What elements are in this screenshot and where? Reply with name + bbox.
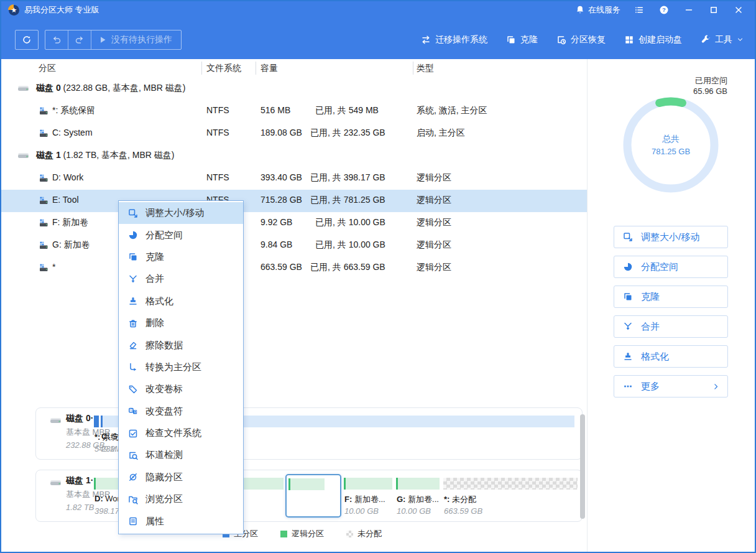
partition-drive-icon <box>39 218 48 228</box>
vertical-scrollbar[interactable] <box>580 414 585 519</box>
context-menu: 调整大小/移动分配空间克隆合并格式化删除擦除数据转换为主分区改变卷标CD改变盘符… <box>118 200 244 534</box>
minimize-icon <box>684 5 694 15</box>
partition-drive-icon <box>39 263 48 272</box>
sidebar-button-format[interactable]: 格式化 <box>614 345 728 368</box>
legend-logical: 逻辑分区 <box>280 528 324 539</box>
menu-item-label: 浏览分区 <box>145 493 183 505</box>
sidebar-button-allocate-space[interactable]: 分配空间 <box>614 256 728 278</box>
online-service-button[interactable]: 在线服务 <box>575 4 620 16</box>
partition-block[interactable]: *: 系统保留549 MB <box>94 414 99 453</box>
redo-button[interactable] <box>68 30 91 49</box>
partition-row[interactable]: *: 系统保留NTFS516 MB已用, 共 549 MB系统, 激活, 主分区 <box>1 100 587 123</box>
svg-text:D: D <box>134 410 137 414</box>
row-capacity-used: 189.08 GB <box>260 128 315 137</box>
partition-row[interactable]: E: ToolNTFS715.28 GB已用, 共 781.25 GB逻辑分区 <box>1 190 587 212</box>
row-type: 逻辑分区 <box>417 239 451 251</box>
clone-button[interactable]: 克隆 <box>506 34 538 45</box>
menu-item-check-fs[interactable]: 检查文件系统 <box>119 422 243 444</box>
column-header-type[interactable]: 类型 <box>417 63 434 74</box>
partition-recovery-button[interactable]: 分区恢复 <box>556 34 606 45</box>
maximize-button[interactable] <box>709 5 719 15</box>
bad-sector-icon <box>127 450 139 460</box>
hide-partition-icon <box>127 472 139 482</box>
tools-label: 工具 <box>715 34 732 45</box>
legend-label: 逻辑分区 <box>292 528 324 539</box>
menu-item-label: 转换为主分区 <box>145 361 201 373</box>
play-icon <box>98 35 108 45</box>
help-button[interactable]: ? <box>659 5 669 15</box>
menu-item-label: 检查文件系统 <box>145 427 201 439</box>
pending-operations-label: 没有待执行操作 <box>111 34 172 45</box>
menu-item-convert-primary[interactable]: 转换为主分区 <box>119 356 243 378</box>
help-icon: ? <box>659 5 669 15</box>
partition-block[interactable]: *: 未分配663.59 GB <box>443 476 578 515</box>
menu-item-bad-sector[interactable]: 坏道检测 <box>119 444 243 466</box>
check-fs-icon <box>127 429 139 439</box>
menu-item-label: 坏道检测 <box>145 449 183 461</box>
create-boot-disk-button[interactable]: 创建启动盘 <box>624 34 682 45</box>
migrate-os-label: 迁移操作系统 <box>435 34 487 45</box>
used-space-value: 65.96 GB <box>693 86 727 96</box>
clone-icon <box>127 252 139 262</box>
menu-item-browse-partition[interactable]: 浏览分区 <box>119 488 243 510</box>
menu-item-hide-partition[interactable]: 隐藏分区 <box>119 467 243 488</box>
minimize-button[interactable] <box>684 5 694 15</box>
refresh-button[interactable] <box>15 30 39 50</box>
column-header-partition[interactable]: 分区 <box>39 63 56 74</box>
undo-button[interactable] <box>45 30 68 49</box>
menu-list-button[interactable] <box>634 5 644 15</box>
clone-icon <box>623 292 633 302</box>
sidebar-button-resize-move[interactable]: 调整大小/移动 <box>614 226 728 248</box>
column-header-filesystem[interactable]: 文件系统 <box>206 63 241 74</box>
partition-block-selected[interactable] <box>285 474 341 518</box>
create-boot-disk-icon <box>624 35 634 45</box>
partition-label: F: 新加卷... <box>344 494 385 505</box>
partition-row[interactable]: D: WorkNTFS393.40 GB已用, 共 398.17 GB逻辑分区 <box>1 167 587 190</box>
partition-usage-bar <box>344 478 392 490</box>
partition-usage-bar <box>288 478 325 490</box>
disk-row[interactable]: 磁盘 0 (232.88 GB, 基本盘, MBR 磁盘) <box>1 78 587 100</box>
execute-operations-button[interactable]: 没有待执行操作 <box>91 30 181 49</box>
partition-row[interactable]: C: SystemNTFS189.08 GB已用, 共 232.35 GB启动,… <box>1 123 587 145</box>
sidebar-button-merge[interactable]: 合并 <box>614 315 728 338</box>
menu-item-change-label[interactable]: 改变卷标 <box>119 378 243 400</box>
partition-block[interactable]: F: 新加卷...10.00 GB <box>344 476 392 515</box>
migrate-os-button[interactable]: 迁移操作系统 <box>421 34 487 45</box>
sidebar-button-more[interactable]: 更多 <box>614 375 728 397</box>
redo-icon <box>75 35 85 45</box>
sidebar-button-clone[interactable]: 克隆 <box>614 286 728 308</box>
row-name: F: 新加卷 <box>52 217 88 228</box>
row-type: 系统, 激活, 主分区 <box>417 105 487 116</box>
menu-item-resize-move[interactable]: 调整大小/移动 <box>119 202 243 224</box>
menu-item-change-letter[interactable]: CD改变盘符 <box>119 401 243 422</box>
merge-icon <box>127 274 139 284</box>
row-capacity-used: 516 MB <box>260 105 315 115</box>
menu-item-format[interactable]: 格式化 <box>119 290 243 312</box>
menu-item-merge[interactable]: 合并 <box>119 268 243 290</box>
menu-item-label: 分配空间 <box>145 230 183 241</box>
list-icon <box>634 5 644 15</box>
partition-row[interactable]: *663.59 GB已用, 共 663.59 GB逻辑分区 <box>1 257 587 279</box>
close-button[interactable] <box>734 5 744 15</box>
legend-swatch-unallocated <box>346 531 353 537</box>
row-filesystem: NTFS <box>206 172 229 182</box>
disk-row[interactable]: 磁盘 1 (1.82 TB, 基本盘, MBR 磁盘) <box>1 145 587 167</box>
menu-item-clone[interactable]: 克隆 <box>119 246 243 268</box>
chevron-down-icon <box>737 36 744 43</box>
window-buttons: ? <box>634 5 744 15</box>
menu-item-delete[interactable]: 删除 <box>119 312 243 334</box>
menu-item-allocate-space[interactable]: 分配空间 <box>119 224 243 246</box>
disk-card-0[interactable]: 磁盘 0·基本盘 MBR232.88 GB*: 系统保留549 MBC: Sys… <box>35 407 583 460</box>
disk-card-1[interactable]: 磁盘 1·基本盘 MBR1.82 TBD: Work398.17 GBF: 新加… <box>35 470 583 522</box>
tools-button[interactable]: 工具 <box>701 34 744 45</box>
menu-item-properties[interactable]: 属性 <box>119 510 243 532</box>
column-header-capacity[interactable]: 容量 <box>260 63 278 74</box>
undo-icon <box>52 35 62 45</box>
partition-usage-bar <box>443 478 578 490</box>
partition-block[interactable]: G: 新加卷...10.00 GB <box>396 476 440 515</box>
menu-item-wipe-data[interactable]: 擦除数据 <box>119 334 243 356</box>
partition-row[interactable]: F: 新加卷9.92 GB已用, 共 10.00 GB逻辑分区 <box>1 212 587 235</box>
app-window: ★ 易我分区大师 专业版 在线服务 ? 没有待执行操作 <box>0 0 756 553</box>
partition-row[interactable]: G: 新加卷9.84 GB已用, 共 10.00 GB逻辑分区 <box>1 235 587 257</box>
menu-item-label: 合并 <box>145 273 164 285</box>
